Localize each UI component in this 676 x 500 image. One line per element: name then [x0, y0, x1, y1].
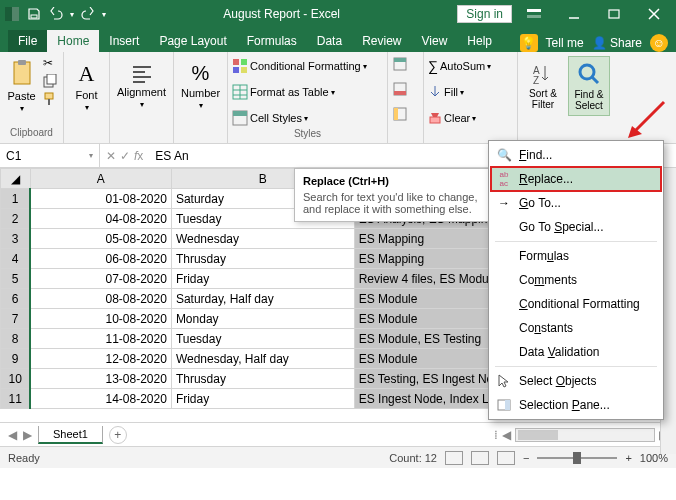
row-header[interactable]: 3 — [1, 229, 31, 249]
col-header-a[interactable]: A — [30, 169, 171, 189]
cell[interactable]: 11-08-2020 — [30, 329, 171, 349]
cell[interactable]: Friday — [171, 389, 354, 409]
cell[interactable]: Thrusday — [171, 249, 354, 269]
font-button[interactable]: A Font ▾ — [68, 56, 105, 116]
fx-icon[interactable]: fx — [134, 149, 143, 163]
smiley-icon[interactable]: ☺ — [650, 34, 668, 52]
scroll-left-icon[interactable]: ◀ — [502, 428, 511, 442]
cell[interactable]: 05-08-2020 — [30, 229, 171, 249]
zoom-out-icon[interactable]: − — [523, 452, 529, 464]
view-layout-icon[interactable] — [471, 451, 489, 465]
tab-help[interactable]: Help — [457, 30, 502, 52]
sheet-nav-next[interactable]: ▶ — [23, 428, 32, 442]
horizontal-scrollbar[interactable] — [515, 428, 655, 442]
cell[interactable]: Monday — [171, 309, 354, 329]
tab-review[interactable]: Review — [352, 30, 411, 52]
cell[interactable]: 08-08-2020 — [30, 289, 171, 309]
row-header[interactable]: 7 — [1, 309, 31, 329]
menu-constants[interactable]: Constants — [491, 316, 661, 340]
tellme-text[interactable]: Tell me — [546, 36, 584, 50]
conditional-formatting-button[interactable]: Conditional Formatting▾ — [232, 56, 367, 76]
undo-dropdown[interactable]: ▾ — [70, 10, 74, 19]
cell-styles-button[interactable]: Cell Styles▾ — [232, 108, 308, 128]
paste-button[interactable]: Paste ▾ — [4, 56, 39, 116]
new-sheet-button[interactable]: + — [109, 426, 127, 444]
tab-file[interactable]: File — [8, 30, 47, 52]
signin-button[interactable]: Sign in — [457, 5, 512, 23]
share-button[interactable]: 👤 Share — [592, 36, 642, 50]
clear-button[interactable]: Clear▾ — [428, 108, 476, 128]
format-painter-icon[interactable] — [43, 92, 59, 108]
tab-data[interactable]: Data — [307, 30, 352, 52]
format-cells-icon[interactable] — [392, 106, 408, 125]
cell[interactable]: 12-08-2020 — [30, 349, 171, 369]
find-select-button[interactable]: Find & Select — [568, 56, 610, 116]
cell[interactable]: Wednesday, Half day — [171, 349, 354, 369]
minimize-icon[interactable] — [556, 2, 592, 26]
ribbon-options-icon[interactable] — [516, 2, 552, 26]
redo-icon[interactable] — [80, 6, 96, 22]
cell[interactable]: 01-08-2020 — [30, 189, 171, 209]
close-icon[interactable] — [636, 2, 672, 26]
row-header[interactable]: 10 — [1, 369, 31, 389]
undo-icon[interactable] — [48, 6, 64, 22]
cell[interactable]: Friday — [171, 269, 354, 289]
view-normal-icon[interactable] — [445, 451, 463, 465]
menu-selection-pane[interactable]: Selection Pane... — [491, 393, 661, 417]
cell[interactable]: Wednesday — [171, 229, 354, 249]
format-as-table-button[interactable]: Format as Table▾ — [232, 82, 335, 102]
sort-filter-button[interactable]: AZ Sort & Filter — [522, 56, 564, 116]
tab-formulas[interactable]: Formulas — [237, 30, 307, 52]
fill-button[interactable]: Fill▾ — [428, 82, 464, 102]
menu-find[interactable]: 🔍Find... — [491, 143, 661, 167]
cell[interactable]: 13-08-2020 — [30, 369, 171, 389]
row-header[interactable]: 6 — [1, 289, 31, 309]
menu-goto[interactable]: →Go To... — [491, 191, 661, 215]
row-header[interactable]: 9 — [1, 349, 31, 369]
copy-icon[interactable] — [43, 74, 59, 90]
autosum-button[interactable]: ∑ AutoSum▾ — [428, 56, 491, 76]
number-button[interactable]: % Number ▾ — [180, 56, 222, 116]
tab-insert[interactable]: Insert — [99, 30, 149, 52]
view-pagebreak-icon[interactable] — [497, 451, 515, 465]
cell[interactable]: 10-08-2020 — [30, 309, 171, 329]
tab-view[interactable]: View — [412, 30, 458, 52]
sheet-tab-1[interactable]: Sheet1 — [38, 426, 103, 444]
menu-comments[interactable]: Comments — [491, 268, 661, 292]
cell[interactable]: Saturday, Half day — [171, 289, 354, 309]
cell[interactable]: 07-08-2020 — [30, 269, 171, 289]
menu-data-validation[interactable]: Data Validation — [491, 340, 661, 364]
name-box[interactable]: C1▾ — [0, 144, 100, 167]
menu-replace[interactable]: abacReplace... — [491, 167, 661, 191]
row-header[interactable]: 8 — [1, 329, 31, 349]
menu-formulas[interactable]: Formulas — [491, 244, 661, 268]
row-header[interactable]: 2 — [1, 209, 31, 229]
menu-goto-special[interactable]: Go To Special... — [491, 215, 661, 239]
select-all-corner[interactable]: ◢ — [1, 169, 31, 189]
cell[interactable]: 14-08-2020 — [30, 389, 171, 409]
zoom-in-icon[interactable]: + — [625, 452, 631, 464]
insert-cells-icon[interactable] — [392, 56, 408, 75]
sheet-nav-prev[interactable]: ◀ — [8, 428, 17, 442]
row-header[interactable]: 4 — [1, 249, 31, 269]
row-header[interactable]: 1 — [1, 189, 31, 209]
maximize-icon[interactable] — [596, 2, 632, 26]
cell[interactable]: 06-08-2020 — [30, 249, 171, 269]
cancel-formula-icon[interactable]: ✕ — [106, 149, 116, 163]
save-icon[interactable] — [26, 6, 42, 22]
row-header[interactable]: 11 — [1, 389, 31, 409]
alignment-button[interactable]: Alignment ▾ — [115, 56, 169, 116]
formula-value[interactable]: ES An — [149, 149, 188, 163]
delete-cells-icon[interactable] — [392, 81, 408, 100]
cell[interactable]: 04-08-2020 — [30, 209, 171, 229]
cell[interactable]: Tuesday — [171, 329, 354, 349]
row-header[interactable]: 5 — [1, 269, 31, 289]
cut-icon[interactable]: ✂ — [43, 56, 59, 72]
tab-home[interactable]: Home — [47, 30, 99, 52]
menu-conditional-formatting[interactable]: Conditional Formatting — [491, 292, 661, 316]
cell[interactable]: Thrusday — [171, 369, 354, 389]
confirm-formula-icon[interactable]: ✓ — [120, 149, 130, 163]
tab-page-layout[interactable]: Page Layout — [149, 30, 236, 52]
menu-select-objects[interactable]: Select Objects — [491, 369, 661, 393]
zoom-slider[interactable] — [537, 457, 617, 459]
